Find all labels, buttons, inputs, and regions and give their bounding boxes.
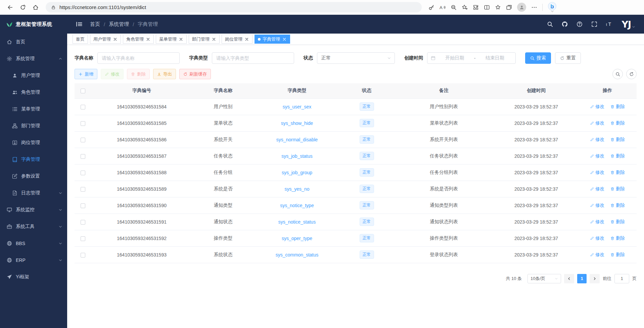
close-icon[interactable]: [113, 37, 118, 42]
zoom-out-icon[interactable]: [451, 4, 457, 10]
status-select[interactable]: 正常: [317, 52, 395, 64]
sidebar-menu-item[interactable]: 岗位管理: [0, 134, 67, 151]
dict-type-link[interactable]: sys_user_sex: [283, 104, 312, 109]
user-logo[interactable]: YJ: [622, 19, 635, 30]
edit-button[interactable]: 修改: [101, 69, 124, 79]
tab[interactable]: 菜单管理: [156, 35, 187, 44]
dict-type-link[interactable]: sys_oper_type: [282, 236, 312, 241]
header-search-icon[interactable]: [547, 21, 553, 27]
browser-refresh-button[interactable]: [17, 2, 29, 13]
row-delete-link[interactable]: 删除: [610, 235, 625, 241]
next-page-button[interactable]: [590, 274, 600, 283]
row-edit-link[interactable]: 修改: [590, 235, 604, 241]
row-delete-link[interactable]: 删除: [610, 202, 625, 208]
row-checkbox[interactable]: [81, 154, 85, 159]
sidebar-toggle-icon[interactable]: [76, 21, 83, 28]
breadcrumb-item[interactable]: 系统管理: [109, 21, 129, 28]
row-checkbox[interactable]: [81, 236, 85, 241]
close-icon[interactable]: [282, 37, 287, 42]
add-button[interactable]: 新增: [75, 69, 97, 79]
page-number-current[interactable]: 1: [577, 274, 587, 283]
dict-type-link[interactable]: sys_common_status: [276, 252, 319, 257]
breadcrumb-item[interactable]: 首页: [90, 21, 100, 28]
help-icon[interactable]: [577, 21, 583, 27]
row-delete-link[interactable]: 删除: [610, 153, 625, 159]
row-edit-link[interactable]: 修改: [590, 202, 604, 208]
refresh-table-button[interactable]: [626, 69, 637, 79]
sidebar-menu-item[interactable]: 系统工具: [0, 218, 67, 235]
address-bar[interactable]: https://ccnetcore.com:1101/system/dict: [46, 2, 422, 12]
row-checkbox[interactable]: [81, 203, 85, 208]
row-edit-link[interactable]: 修改: [590, 186, 604, 192]
export-button[interactable]: 导出: [153, 69, 176, 79]
dict-type-link[interactable]: sys_job_status: [281, 153, 313, 159]
reset-button[interactable]: 重置: [555, 52, 581, 64]
dict-type-link[interactable]: sys_yes_no: [285, 186, 310, 192]
tab[interactable]: 字典管理: [255, 35, 290, 44]
sidebar-menu-item[interactable]: 菜单管理: [0, 101, 67, 118]
favorites-icon[interactable]: [495, 4, 501, 10]
row-edit-link[interactable]: 修改: [590, 137, 604, 143]
profile-avatar[interactable]: [517, 3, 526, 12]
delete-button[interactable]: 删除: [127, 69, 150, 79]
row-delete-link[interactable]: 删除: [610, 120, 625, 126]
goto-page-input[interactable]: [614, 274, 629, 283]
select-all-checkbox[interactable]: [81, 89, 85, 93]
row-checkbox[interactable]: [81, 105, 85, 109]
extensions-icon[interactable]: [473, 4, 479, 10]
sidebar-menu-item[interactable]: 系统监控: [0, 201, 67, 218]
date-range-picker[interactable]: 开始日期 - 结束日期: [427, 52, 516, 64]
sidebar-menu-item[interactable]: ERP: [0, 252, 67, 269]
row-edit-link[interactable]: 修改: [590, 153, 604, 159]
sidebar-menu-item[interactable]: Yi框架: [0, 269, 67, 285]
close-icon[interactable]: [212, 37, 216, 42]
tab[interactable]: 岗位管理: [222, 35, 252, 44]
row-checkbox[interactable]: [81, 121, 85, 126]
collections-icon[interactable]: [506, 4, 512, 10]
sidebar-menu-item[interactable]: 部门管理: [0, 118, 67, 134]
read-aloud-icon[interactable]: A: [440, 4, 446, 10]
prev-page-button[interactable]: [564, 274, 574, 283]
dict-type-link[interactable]: sys_job_group: [282, 170, 312, 175]
row-edit-link[interactable]: 修改: [590, 219, 604, 225]
sidebar-menu-item[interactable]: 字典管理: [0, 151, 67, 168]
dict-type-input[interactable]: [212, 52, 294, 64]
browser-menu-icon[interactable]: [531, 4, 537, 10]
row-checkbox[interactable]: [81, 171, 85, 175]
search-button[interactable]: 搜索: [525, 52, 551, 64]
sidebar-menu-item[interactable]: 日志管理: [0, 185, 67, 201]
browser-home-button[interactable]: [30, 2, 42, 13]
app-logo[interactable]: 意框架管理系统: [0, 15, 67, 34]
row-edit-link[interactable]: 修改: [590, 120, 604, 126]
row-delete-link[interactable]: 删除: [610, 170, 625, 176]
dict-type-link[interactable]: sys_normal_disable: [276, 137, 318, 142]
dict-name-input[interactable]: [97, 52, 180, 64]
row-delete-link[interactable]: 删除: [610, 186, 625, 192]
browser-back-button[interactable]: [4, 2, 16, 13]
start-date-field[interactable]: 开始日期: [438, 55, 472, 61]
toggle-search-button[interactable]: [612, 69, 623, 79]
fullscreen-icon[interactable]: [591, 21, 597, 27]
split-screen-icon[interactable]: [484, 4, 490, 10]
close-icon[interactable]: [244, 37, 249, 42]
dict-type-link[interactable]: sys_notice_status: [278, 219, 316, 225]
row-checkbox[interactable]: [81, 138, 85, 142]
row-checkbox[interactable]: [81, 220, 85, 225]
tab[interactable]: 用户管理: [90, 35, 121, 44]
refresh-cache-button[interactable]: 刷新缓存: [179, 69, 211, 79]
row-checkbox[interactable]: [81, 253, 85, 257]
sidebar-menu-item[interactable]: 系统管理: [0, 50, 67, 67]
sidebar-menu-item[interactable]: 首页: [0, 34, 67, 50]
close-icon[interactable]: [146, 37, 150, 42]
row-delete-link[interactable]: 删除: [610, 252, 625, 258]
dict-type-link[interactable]: sys_show_hide: [281, 121, 313, 126]
password-icon[interactable]: [428, 4, 434, 10]
tab[interactable]: 部门管理: [189, 35, 220, 44]
row-edit-link[interactable]: 修改: [590, 252, 604, 258]
row-checkbox[interactable]: [81, 187, 85, 192]
tab[interactable]: 角色管理: [123, 35, 154, 44]
dict-type-link[interactable]: sys_notice_type: [280, 203, 314, 208]
row-edit-link[interactable]: 修改: [590, 170, 604, 176]
row-edit-link[interactable]: 修改: [590, 104, 604, 110]
end-date-field[interactable]: 结束日期: [477, 55, 512, 61]
